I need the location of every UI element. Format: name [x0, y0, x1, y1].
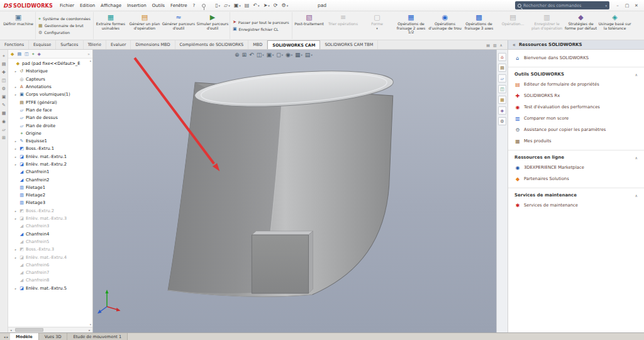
expand-arrow-icon[interactable]: ▸ [15, 163, 16, 166]
ribbon-small-button[interactable]: ⚙ Configuration [38, 30, 91, 35]
tree-item[interactable]: ▸ ↺ Historique [9, 67, 92, 75]
chevron-down-icon[interactable]: ▾ [239, 4, 241, 8]
task-pane-link[interactable]: ✚ SOLIDWORKS Rx [508, 90, 644, 101]
ribbon-button[interactable]: ▶ Simuler parcours d'outil ▾ [196, 12, 230, 39]
view-tool-button[interactable]: ▣ ▾ [266, 52, 274, 58]
view-tool-button[interactable]: ↶ ▾ [249, 52, 254, 58]
left-toolbar-icon[interactable]: ▱ [2, 127, 5, 132]
tree-item[interactable]: ▸ ◢ Chanfrein4 [9, 230, 92, 238]
view-tool-button[interactable]: ◉ ▾ [286, 52, 292, 58]
ribbon-button[interactable]: ▤ Opération... ▾ [496, 12, 530, 39]
ribbon-button[interactable]: ▤ Générer un plan d'opération ▾ [128, 12, 162, 39]
toolbar-button[interactable]: ⟳ ▾ [274, 3, 278, 8]
ribbon-button[interactable]: ▩ Opérations de fraisage 3 axes ▾ [462, 12, 496, 39]
chevron-down-icon[interactable]: ▾ [376, 27, 378, 30]
view-tool-button[interactable]: ▤ ▾ [305, 52, 313, 58]
ribbon-button[interactable]: ▦ Opérations de fraisage 2 axes 1/2 ▾ [394, 12, 428, 39]
tree-item[interactable]: ▸ ▱ Plan de droite [9, 122, 92, 129]
tree-tab-icon[interactable]: ⌖ [32, 52, 35, 57]
command-tab[interactable]: Compléments de SOLIDWORKS [175, 40, 249, 49]
graphics-viewport[interactable]: ⊕ ▾ ⊞ ▾ ↶ ▾ ◫ ▾ ▣ ▾ ◻ [93, 50, 496, 332]
task-pane-link[interactable]: ◆ Partenaires Solutions [508, 173, 644, 184]
task-pane-tab[interactable]: ◫ [498, 85, 506, 93]
scrollbar-thumb[interactable] [15, 328, 43, 332]
task-pane-link[interactable]: ▥ Comparer mon score [508, 113, 644, 124]
window-control-button[interactable]: – [613, 1, 622, 10]
task-pane-tab[interactable]: ⚙ [498, 117, 506, 125]
menu-item[interactable]: Fichier [57, 2, 77, 9]
tree-item[interactable]: ▸ ▱ Plan de dessus [9, 114, 92, 122]
ribbon-small-button[interactable]: ⌖ Système de coordonnées [38, 16, 91, 21]
tree-item[interactable]: ▸ ◩ Boss.-Extru.3 [9, 246, 92, 253]
tree-item[interactable]: ▸ ◩ Boss.-Extru.2 [9, 207, 92, 215]
section-header-maintenance[interactable]: Services de maintenance ∧ [508, 188, 644, 200]
tree-item[interactable]: ▸ ◪ Enlèv. mat.-Extru.1 [9, 153, 92, 161]
chevron-down-icon[interactable]: ▾ [219, 4, 221, 8]
command-tab[interactable]: Evaluer [106, 40, 131, 49]
view-tool-button[interactable]: ⊞ ▾ [242, 52, 247, 58]
tree-item[interactable]: ▸ ◢ Chanfrein6 [9, 261, 92, 269]
ribbon-button[interactable]: ▦ Extraire formes usinables ▾ [94, 12, 128, 39]
expand-arrow-icon[interactable]: ▸ [15, 156, 16, 159]
chevron-down-icon[interactable]: ▾ [258, 4, 260, 8]
expand-arrow-icon[interactable]: ▸ [15, 248, 16, 251]
tree-item[interactable]: ▸ ◢ Chanfrein8 [9, 276, 92, 284]
tree-item[interactable]: ▸ ◢ Chanfrein5 [9, 238, 92, 246]
menu-item[interactable]: Outils [150, 2, 167, 9]
tree-item[interactable]: ▸ ◩ Boss.-Extru.1 [9, 145, 92, 152]
scroll-right-icon[interactable]: ▸ [87, 329, 92, 332]
tree-tab-icon[interactable]: ▤ [17, 52, 21, 57]
expand-arrow-icon[interactable]: ▸ [15, 86, 16, 89]
document-tab[interactable]: Vues 3D [39, 333, 68, 340]
left-toolbar-icon[interactable]: ◉ [2, 119, 6, 124]
tree-item[interactable]: ▸ ▤ PTFE (général) [9, 98, 92, 106]
toolbar-button[interactable]: ▤ ▾ [245, 3, 250, 8]
ribbon-button[interactable]: ▣ Définir machine ▾ [1, 12, 35, 39]
left-toolbar-icon[interactable]: ▣ [2, 94, 6, 99]
left-toolbar-icon[interactable]: ▦ [2, 111, 6, 116]
toolbar-button[interactable]: ↶ ▾ [253, 3, 259, 8]
ribbon-button[interactable]: ◉ Opérations d'usinage de trou ▾ [428, 12, 462, 39]
tree-tab-icon[interactable]: ◆ [11, 52, 14, 57]
tree-item[interactable]: ▸ ▥ Filetage3 [9, 199, 92, 207]
ribbon-option-icon[interactable]: ▥ [493, 43, 497, 47]
tree-item[interactable]: ▸ ◪ Enlèv. mat.-Extru.4 [9, 253, 92, 261]
document-tab[interactable]: Modèle [10, 333, 39, 340]
tree-item[interactable]: ▸ ▥ Filetage2 [9, 191, 92, 199]
tree-item[interactable]: ▸ ◎ Capteurs [9, 76, 92, 83]
scroll-up-icon[interactable]: ▴ [90, 59, 91, 62]
chevron-down-icon[interactable]: ▾ [228, 4, 230, 8]
ribbon-button[interactable]: ◆ Stratégies de forme par défaut ▾ [564, 12, 598, 39]
command-tab[interactable]: Fonctions [0, 40, 29, 49]
view-tool-button[interactable]: ◫ ▾ [257, 52, 264, 58]
task-pane-link[interactable]: ▦ Mes produits [508, 135, 644, 147]
ribbon-small-button[interactable]: ➤ Passer par tout le parcours [233, 20, 289, 25]
tree-item[interactable]: ▸ ◢ Chanfrein1 [9, 168, 92, 176]
chevron-down-icon[interactable]: ▾ [287, 4, 289, 8]
ribbon-button[interactable]: ◈ Usinage basé sur la tolérance ▾ [598, 12, 632, 39]
left-toolbar-icon[interactable]: ⌖ [3, 54, 5, 59]
command-tab[interactable]: MBD [248, 40, 267, 49]
view-tool-button[interactable]: ▦ ▾ [295, 52, 303, 58]
task-pane-tab[interactable]: ▱ [498, 74, 506, 82]
toolbar-button[interactable]: ➤ ▾ [264, 3, 270, 8]
model-canvas[interactable] [93, 50, 496, 332]
left-toolbar-icon[interactable]: ✚ [2, 70, 6, 75]
ribbon-button[interactable]: ▢ Forme ▾ [360, 12, 394, 39]
expand-arrow-icon[interactable]: ▸ [15, 93, 16, 96]
window-control-button[interactable]: ✕ [632, 1, 641, 10]
menu-item[interactable]: Insertion [125, 2, 149, 9]
left-toolbar-icon[interactable]: ⊞ [2, 135, 6, 140]
chevron-down-icon[interactable]: ▾ [268, 4, 270, 8]
task-pane-tab[interactable]: ⌂ [498, 53, 506, 61]
tab-scroll-icon[interactable]: ▸ [7, 335, 9, 339]
view-tool-button[interactable]: ⊕ ▾ [235, 52, 240, 58]
ribbon-option-icon[interactable]: ∧ [500, 43, 502, 47]
task-pane-tab[interactable]: ▦ [498, 96, 506, 104]
task-pane-link[interactable]: ✱ Services de maintenance [508, 200, 644, 211]
expand-arrow-icon[interactable]: ▸ [15, 140, 16, 143]
collapse-pane-icon[interactable]: « [513, 42, 516, 48]
tree-horizontal-scrollbar[interactable]: ◂ ▸ [8, 327, 92, 332]
chevron-down-icon[interactable]: ▾ [605, 4, 607, 8]
tree-item[interactable]: ▸ ◪ Enlèv. mat.-Extru.2 [9, 161, 92, 168]
